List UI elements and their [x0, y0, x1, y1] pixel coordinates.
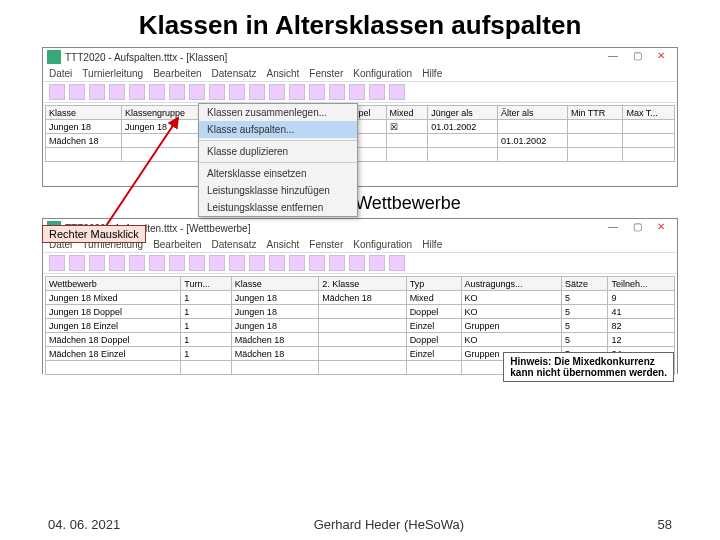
- toolbar-button[interactable]: [149, 84, 165, 100]
- menu-item[interactable]: Hilfe: [422, 68, 442, 79]
- footer-page: 58: [658, 517, 672, 532]
- titlebar: TTT2020 - Aufspalten.tttx - [Klassen] — …: [43, 48, 677, 66]
- close-button[interactable]: ✕: [649, 221, 673, 235]
- maximize-button[interactable]: ▢: [625, 50, 649, 64]
- col-header[interactable]: Klasse: [46, 106, 122, 120]
- toolbar-button[interactable]: [269, 84, 285, 100]
- col-header[interactable]: Teilneh...: [608, 277, 675, 291]
- window-klassen: TTT2020 - Aufspalten.tttx - [Klassen] — …: [42, 47, 678, 187]
- menu-item[interactable]: Datensatz: [212, 239, 257, 250]
- toolbar-button[interactable]: [249, 255, 265, 271]
- toolbar-button[interactable]: [289, 84, 305, 100]
- klassen-table[interactable]: Klasse Klassengruppe Alter... Hier... Ei…: [45, 105, 675, 162]
- menu-item[interactable]: Turnierleitung: [82, 68, 143, 79]
- toolbar-button[interactable]: [389, 84, 405, 100]
- toolbar-button[interactable]: [169, 255, 185, 271]
- toolbar-button[interactable]: [269, 255, 285, 271]
- section-label: Zugehörige Wettbewerbe: [42, 191, 678, 216]
- col-header[interactable]: Wettbewerb: [46, 277, 181, 291]
- menu-item-merge[interactable]: Klassen zusammenlegen...: [199, 104, 357, 121]
- toolbar-button[interactable]: [369, 255, 385, 271]
- toolbar-button[interactable]: [389, 255, 405, 271]
- menu-item-addperf[interactable]: Leistungsklasse hinzufügen: [199, 182, 357, 199]
- col-header[interactable]: Austragungs...: [461, 277, 562, 291]
- close-button[interactable]: ✕: [649, 50, 673, 64]
- toolbar-button[interactable]: [109, 84, 125, 100]
- col-header[interactable]: Turn...: [181, 277, 232, 291]
- menu-item[interactable]: Konfiguration: [353, 68, 412, 79]
- table-row[interactable]: Jungen 18 Mixed1Jungen 18Mädchen 18Mixed…: [46, 291, 675, 305]
- menu-separator: [199, 140, 357, 141]
- toolbar-button[interactable]: [89, 255, 105, 271]
- table-row[interactable]: Jungen 18Jungen 18181☒☒☒01.01.2002: [46, 120, 675, 134]
- table-row[interactable]: Mädchen 18☒01.01.2002: [46, 134, 675, 148]
- toolbar-button[interactable]: [189, 255, 205, 271]
- toolbar-button[interactable]: [109, 255, 125, 271]
- table-header-row: Wettbewerb Turn... Klasse 2. Klasse Typ …: [46, 277, 675, 291]
- callout-rightclick: Rechter Mausklick: [42, 225, 146, 243]
- minimize-button[interactable]: —: [601, 221, 625, 235]
- toolbar-button[interactable]: [69, 255, 85, 271]
- col-header[interactable]: Typ: [406, 277, 461, 291]
- app-icon: [47, 50, 61, 64]
- col-header[interactable]: Klasse: [231, 277, 318, 291]
- toolbar-button[interactable]: [129, 255, 145, 271]
- col-header[interactable]: Älter als: [498, 106, 568, 120]
- menu-item[interactable]: Bearbeiten: [153, 239, 201, 250]
- toolbar-button[interactable]: [209, 255, 225, 271]
- toolbar-button[interactable]: [349, 255, 365, 271]
- col-header[interactable]: Min TTR: [567, 106, 623, 120]
- menu-item[interactable]: Ansicht: [267, 239, 300, 250]
- slide-title: Klassen in Altersklassen aufspalten: [0, 0, 720, 47]
- toolbar-button[interactable]: [349, 84, 365, 100]
- toolbar-button[interactable]: [129, 84, 145, 100]
- menu-item[interactable]: Hilfe: [422, 239, 442, 250]
- menu-item[interactable]: Fenster: [309, 239, 343, 250]
- col-header[interactable]: Max T...: [623, 106, 675, 120]
- menu-item[interactable]: Ansicht: [267, 68, 300, 79]
- toolbar-button[interactable]: [69, 84, 85, 100]
- toolbar-button[interactable]: [329, 84, 345, 100]
- table-row[interactable]: Jungen 18 Doppel1Jungen 18DoppelKO541: [46, 305, 675, 319]
- col-header[interactable]: Sätze: [562, 277, 608, 291]
- table-row[interactable]: Mädchen 18 Doppel1Mädchen 18DoppelKO512: [46, 333, 675, 347]
- menu-item[interactable]: Bearbeiten: [153, 68, 201, 79]
- minimize-button[interactable]: —: [601, 50, 625, 64]
- menu-separator: [199, 162, 357, 163]
- window-title: TTT2020 - Aufspalten.tttx - [Klassen]: [65, 52, 601, 63]
- toolbar-button[interactable]: [249, 84, 265, 100]
- maximize-button[interactable]: ▢: [625, 221, 649, 235]
- toolbar-button[interactable]: [229, 84, 245, 100]
- toolbar-button[interactable]: [89, 84, 105, 100]
- footer-author: Gerhard Heder (HeSoWa): [314, 517, 465, 532]
- col-header[interactable]: Mixed: [386, 106, 428, 120]
- context-menu[interactable]: Klassen zusammenlegen... Klasse aufspalt…: [198, 103, 358, 217]
- toolbar-button[interactable]: [149, 255, 165, 271]
- menu-item-duplicate[interactable]: Klasse duplizieren: [199, 143, 357, 160]
- toolbar-button[interactable]: [49, 84, 65, 100]
- menu-item[interactable]: Fenster: [309, 68, 343, 79]
- toolbar-button[interactable]: [49, 255, 65, 271]
- toolbar-button[interactable]: [169, 84, 185, 100]
- menu-item-split[interactable]: Klasse aufspalten...: [199, 121, 357, 138]
- toolbar-button[interactable]: [329, 255, 345, 271]
- toolbar: [43, 81, 677, 103]
- menu-item-removeperf[interactable]: Leistungsklasse entfernen: [199, 199, 357, 216]
- menu-item[interactable]: Datensatz: [212, 68, 257, 79]
- toolbar-button[interactable]: [309, 84, 325, 100]
- menu-bar[interactable]: Datei Turnierleitung Bearbeiten Datensat…: [43, 66, 677, 81]
- menu-item-age[interactable]: Altersklasse einsetzen: [199, 165, 357, 182]
- toolbar-button[interactable]: [289, 255, 305, 271]
- col-header[interactable]: 2. Klasse: [319, 277, 406, 291]
- menu-item[interactable]: Datei: [49, 68, 72, 79]
- toolbar-button[interactable]: [209, 84, 225, 100]
- toolbar-button[interactable]: [369, 84, 385, 100]
- toolbar-button[interactable]: [189, 84, 205, 100]
- col-header[interactable]: Jünger als: [428, 106, 498, 120]
- toolbar-button[interactable]: [229, 255, 245, 271]
- menu-item[interactable]: Konfiguration: [353, 239, 412, 250]
- toolbar: [43, 252, 677, 274]
- table-row[interactable]: [46, 148, 675, 162]
- table-row[interactable]: Jungen 18 Einzel1Jungen 18EinzelGruppen5…: [46, 319, 675, 333]
- toolbar-button[interactable]: [309, 255, 325, 271]
